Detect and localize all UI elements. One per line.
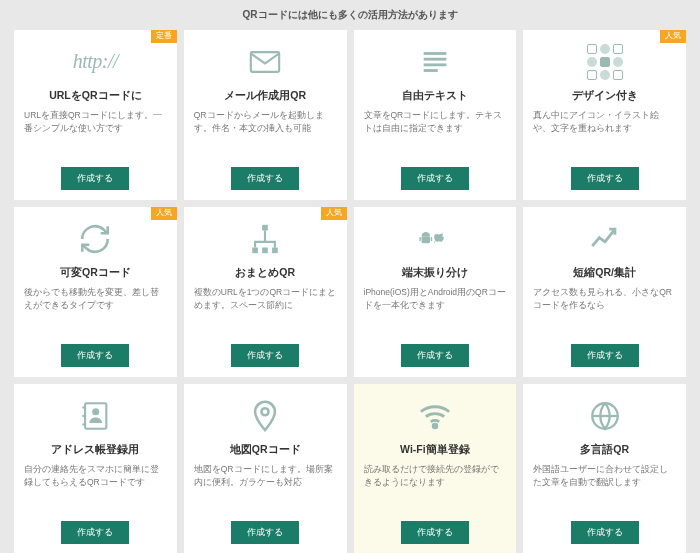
- card-title: 可変QRコード: [60, 266, 131, 280]
- card-desc: 地図をQRコードにします。場所案内に便利。ガラケーも対応: [194, 463, 337, 521]
- card-title: メール作成用QR: [224, 89, 306, 103]
- svg-rect-7: [262, 247, 268, 253]
- card-title: 端末振り分け: [402, 266, 468, 280]
- card-title: URLをQRコードに: [49, 89, 141, 103]
- sitemap-icon: [194, 211, 337, 266]
- create-button[interactable]: 作成する: [401, 344, 469, 367]
- create-button[interactable]: 作成する: [231, 344, 299, 367]
- badge-popular: 人気: [321, 207, 347, 220]
- addressbook-icon: [24, 388, 167, 443]
- card-mail: メール作成用QR QRコードからメールを起動します。件名・本文の挿入も可能 作成…: [184, 30, 347, 200]
- card-map: 地図QRコード 地図をQRコードにします。場所案内に便利。ガラケーも対応 作成す…: [184, 384, 347, 553]
- card-desc: iPhone(iOS)用とAndroid用のQRコードを一本化できます: [364, 286, 507, 344]
- badge-popular: 人気: [660, 30, 686, 43]
- svg-rect-0: [251, 52, 279, 72]
- card-desc: 真ん中にアイコン・イラスト絵や、文字を重ねられます: [533, 109, 676, 167]
- design-icon: [533, 34, 676, 89]
- android-apple-icon: /: [364, 211, 507, 266]
- card-grid: 定番 http:// URLをQRコードに URLを直接QRコードにします。一番…: [14, 30, 686, 553]
- card-wifi: Wi-Fi簡単登録 読み取るだけで接続先の登録ができるようになります 作成する: [354, 384, 517, 553]
- card-short: 短縮QR/集計 アクセス数も見られる、小さなQRコードを作るなら 作成する: [523, 207, 686, 377]
- svg-rect-15: [85, 403, 106, 429]
- create-button[interactable]: 作成する: [401, 167, 469, 190]
- card-title: 地図QRコード: [230, 443, 301, 457]
- refresh-icon: [24, 211, 167, 266]
- svg-rect-12: [419, 236, 420, 240]
- card-desc: 読み取るだけで接続先の登録ができるようになります: [364, 463, 507, 521]
- card-title: 自由テキスト: [402, 89, 468, 103]
- svg-rect-6: [252, 247, 258, 253]
- card-title: 短縮QR/集計: [573, 266, 636, 280]
- badge-standard: 定番: [151, 30, 177, 43]
- globe-icon: [533, 388, 676, 443]
- card-desc: 後からでも移動先を変更、差し替えができるタイプです: [24, 286, 167, 344]
- card-title: デザイン付き: [572, 89, 638, 103]
- svg-point-21: [433, 424, 437, 428]
- mail-icon: [194, 34, 337, 89]
- card-desc: URLを直接QRコードにします。一番シンプルな使い方です: [24, 109, 167, 167]
- http-icon: http://: [24, 34, 167, 89]
- chart-icon: [533, 211, 676, 266]
- card-desc: 文章をQRコードにします。テキストは自由に指定できます: [364, 109, 507, 167]
- card-title: 多言語QR: [580, 443, 629, 457]
- create-button[interactable]: 作成する: [61, 521, 129, 544]
- card-address: アドレス帳登録用 自分の連絡先をスマホに簡単に登録してもらえるQRコードです 作…: [14, 384, 177, 553]
- card-desc: 複数のURLを1つのQRコードにまとめます。スペース節約に: [194, 286, 337, 344]
- wifi-icon: [364, 388, 507, 443]
- card-design: 人気 デザイン付き 真ん中にアイコン・イラスト絵や、文字を重ねられます 作成する: [523, 30, 686, 200]
- card-multilang: 多言語QR 外国語ユーザーに合わせて設定した文章を自動で翻訳します 作成する: [523, 384, 686, 553]
- card-desc: 外国語ユーザーに合わせて設定した文章を自動で翻訳します: [533, 463, 676, 521]
- create-button[interactable]: 作成する: [61, 344, 129, 367]
- svg-rect-8: [272, 247, 278, 253]
- create-button[interactable]: 作成する: [231, 521, 299, 544]
- card-desc: 自分の連絡先をスマホに簡単に登録してもらえるQRコードです: [24, 463, 167, 521]
- svg-point-16: [93, 408, 100, 415]
- card-title: Wi-Fi簡単登録: [400, 443, 470, 457]
- create-button[interactable]: 作成する: [571, 167, 639, 190]
- create-button[interactable]: 作成する: [571, 521, 639, 544]
- text-icon: [364, 34, 507, 89]
- card-desc: QRコードからメールを起動します。件名・本文の挿入も可能: [194, 109, 337, 167]
- card-device: / 端末振り分け iPhone(iOS)用とAndroid用のQRコードを一本化…: [354, 207, 517, 377]
- svg-point-20: [262, 408, 269, 415]
- svg-rect-9: [421, 236, 430, 243]
- create-button[interactable]: 作成する: [231, 167, 299, 190]
- card-variable: 人気 可変QRコード 後からでも移動先を変更、差し替えができるタイプです 作成す…: [14, 207, 177, 377]
- svg-rect-13: [431, 236, 432, 240]
- card-title: アドレス帳登録用: [51, 443, 139, 457]
- card-url: 定番 http:// URLをQRコードに URLを直接QRコードにします。一番…: [14, 30, 177, 200]
- page-title: QRコードには他にも多くの活用方法があります: [14, 8, 686, 22]
- badge-popular: 人気: [151, 207, 177, 220]
- card-text: 自由テキスト 文章をQRコードにします。テキストは自由に指定できます 作成する: [354, 30, 517, 200]
- card-title: おまとめQR: [235, 266, 295, 280]
- create-button[interactable]: 作成する: [401, 521, 469, 544]
- card-desc: アクセス数も見られる、小さなQRコードを作るなら: [533, 286, 676, 344]
- create-button[interactable]: 作成する: [571, 344, 639, 367]
- svg-rect-5: [262, 224, 268, 230]
- card-bundle: 人気 おまとめQR 複数のURLを1つのQRコードにまとめます。スペース節約に …: [184, 207, 347, 377]
- create-button[interactable]: 作成する: [61, 167, 129, 190]
- pin-icon: [194, 388, 337, 443]
